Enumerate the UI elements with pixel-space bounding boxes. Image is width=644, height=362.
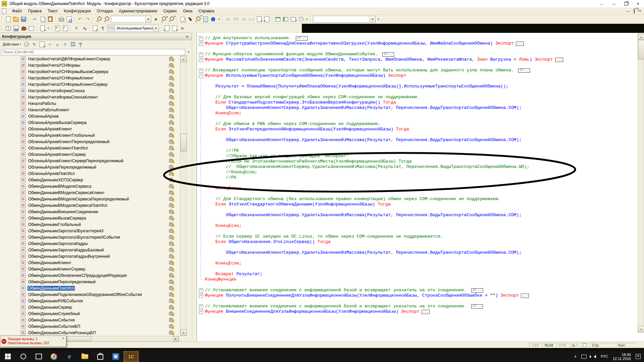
code-editor[interactable]: +// Для внутреннего использования. //...… (197, 33, 644, 342)
chevron-down-icon[interactable]: ▼ (145, 16, 151, 22)
hidden-icons-chevron[interactable]: ∧ (574, 354, 577, 359)
column-indicator[interactable]: Кол: (616, 343, 637, 348)
menu-item[interactable]: Отладка (94, 7, 116, 14)
tree-item[interactable]: НачалоРаботыКлиент (0, 107, 180, 113)
document-menu-icon[interactable] (2, 8, 6, 13)
expand-icon[interactable]: + (199, 310, 203, 314)
copy-add-icon[interactable] (39, 41, 46, 48)
scroll-down-icon[interactable]: ▼ (638, 326, 644, 332)
scroll-down-icon[interactable]: ▼ (180, 329, 187, 336)
menu-item[interactable]: Текст (45, 7, 61, 14)
tree-item[interactable]: ОбменДаннымиВМоделиСервисаПовтИсп (0, 202, 180, 208)
menu-item[interactable]: Правка (25, 7, 45, 14)
fold-marker[interactable]: + (197, 68, 205, 73)
undo-icon[interactable]: ↶ (76, 15, 84, 23)
syntax-assistant-icon[interactable] (186, 15, 194, 23)
notifications-icon[interactable] (636, 354, 641, 359)
menu-item[interactable]: Окна (180, 7, 196, 14)
move-down-icon[interactable]: ▼ (62, 41, 69, 48)
split-window-icon[interactable] (4, 24, 12, 32)
tree-item[interactable]: ОбменДаннымиЗарплатаКадры (0, 240, 180, 247)
constructor-icon[interactable] (20, 24, 28, 32)
remove-comment-icon[interactable]: // (80, 24, 88, 32)
properties-icon[interactable] (209, 15, 217, 23)
fold-marker[interactable]: + (197, 41, 205, 46)
fold-marker[interactable]: + (197, 288, 205, 293)
goto-line-icon[interactable] (255, 15, 263, 23)
tree-vertical-scrollbar[interactable]: ▲ ▼ (180, 56, 186, 336)
goto-definition-icon[interactable] (39, 24, 46, 32)
find-replace-icon[interactable] (103, 15, 110, 23)
tree-item[interactable]: ОблачныйАрхивКлиентСерверПереопределяемы… (0, 158, 180, 164)
line-indicator[interactable]: Стр: (590, 343, 615, 348)
search-combobox[interactable]: ▼ (111, 16, 151, 23)
tree-item[interactable]: ОбменДаннымиРИБСобытия (0, 298, 180, 304)
panel-close-icon[interactable]: × (185, 35, 190, 39)
menu-item[interactable]: Файл (9, 7, 25, 14)
debug-combobox[interactable]: ▼ (313, 16, 376, 23)
expand-icon[interactable]: + (199, 294, 203, 298)
filter-icon[interactable] (77, 41, 84, 48)
tree-item[interactable]: ОбменДаннымиСобытияБП (0, 323, 180, 329)
tree-item[interactable]: ОбменДаннымиЗарплата3Бухгалтерия3События (0, 234, 180, 240)
toolbar-grip[interactable] (1, 16, 3, 22)
expand-icon[interactable]: + (199, 304, 203, 309)
save-icon[interactable] (20, 15, 28, 23)
tree-item[interactable]: ОбменДаннымиВМоделиСервисаКлиент (0, 189, 180, 196)
scroll-up-icon[interactable]: ▲ (638, 34, 644, 40)
tree-item[interactable]: ОбменДаннымиОбновлениеСПредыдущейРедакци… (0, 272, 180, 279)
tree-item[interactable]: ОблачныйАрхивПовтИсп (0, 170, 180, 177)
mdi-restore-button[interactable] (634, 9, 635, 13)
search-button[interactable] (15, 351, 31, 362)
scroll-thumb[interactable] (180, 134, 187, 152)
procedures-combobox[interactable]: F(x)ИспользуемыеТранспортыСоо▼ (107, 25, 159, 32)
step-out-icon[interactable]: {↑} (240, 15, 248, 23)
ovr-indicator[interactable]: OVR (556, 343, 569, 348)
clock[interactable]: 18:45 12.11.2016 (613, 353, 631, 361)
fold-marker[interactable]: + (197, 52, 205, 57)
paste-icon[interactable] (46, 15, 54, 23)
keyboard-layout[interactable]: РУС (601, 355, 608, 358)
expand-icon[interactable]: + (199, 288, 203, 293)
run-to-cursor-icon[interactable]: {→} (248, 15, 255, 23)
step-into-icon[interactable]: {↓} (224, 15, 232, 23)
tree-item[interactable]: ОбменДаннымиПодключаемоеОборудованиеOffl… (0, 291, 180, 298)
clear-search-icon[interactable]: × (152, 15, 160, 23)
toolbar-grip[interactable] (1, 25, 3, 31)
expand-icon[interactable]: + (199, 42, 203, 46)
add-icon[interactable]: + (23, 41, 30, 48)
properties-dropdown[interactable]: ▾ (217, 15, 221, 23)
fold-marker[interactable]: + (197, 304, 205, 309)
copy-fragment-icon[interactable] (178, 15, 186, 23)
tree-item[interactable]: ОбменДаннымиСобытия (0, 317, 180, 323)
tree-item[interactable]: ОбменДаннымиВнешнееСоединение (0, 208, 180, 215)
fold-marker[interactable]: − (197, 73, 205, 78)
mdi-close-button[interactable]: × (639, 8, 641, 13)
tree-item[interactable]: ОблачныйАрхивКлиент (0, 126, 180, 132)
close-module-icon[interactable]: × (178, 24, 186, 32)
expand-icon[interactable]: + (199, 52, 203, 57)
expand-icon[interactable]: + (199, 68, 203, 73)
num-indicator[interactable]: NUM (542, 343, 555, 348)
panel-splitter[interactable] (192, 33, 197, 342)
find-next-icon[interactable] (167, 15, 175, 23)
print-icon[interactable] (57, 15, 65, 23)
app-tile-icon[interactable] (108, 351, 123, 362)
tree-item[interactable]: ОбменДаннымиПовтИсп (0, 285, 180, 291)
close-button[interactable]: × (632, 0, 644, 7)
copy-icon[interactable] (39, 15, 46, 23)
delete-icon[interactable]: × (46, 41, 53, 48)
arrange-horizontal-icon[interactable] (274, 15, 282, 23)
window-options-icon[interactable] (289, 15, 297, 23)
tree-item[interactable]: ОбменДаннымиСобытияРозницаБП (0, 329, 180, 336)
menu-item[interactable]: Конфигурация (61, 7, 94, 14)
keyboard-language[interactable]: ru▾ (570, 343, 580, 348)
find-previous-icon[interactable] (160, 15, 167, 23)
scroll-right-icon[interactable]: ▶ (173, 336, 179, 342)
tree-item[interactable]: ОбменДаннымиГлобальный (0, 221, 180, 228)
tree-item[interactable]: ОблачныйАрхивПереопределяемый (0, 164, 180, 170)
onec-app-icon[interactable]: 1С (123, 351, 139, 362)
search-in-syntax-assistant-icon[interactable] (194, 15, 202, 23)
tree-item[interactable]: ОбменДаннымиВМоделиСервиса (0, 183, 180, 189)
chevron-down-icon[interactable]: ▼ (370, 16, 375, 22)
